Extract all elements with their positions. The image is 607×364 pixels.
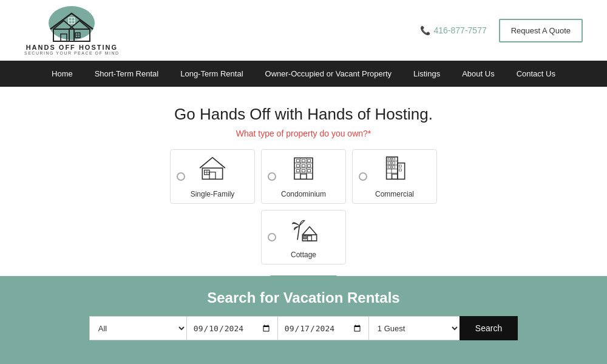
svg-rect-23 <box>308 160 311 162</box>
svg-rect-39 <box>393 158 395 160</box>
radio-cottage[interactable] <box>268 233 276 241</box>
nav-long-term[interactable]: Long-Term Rental <box>169 61 254 87</box>
svg-rect-22 <box>302 160 305 162</box>
main-nav: Home Short-Term Rental Long-Term Rental … <box>0 61 607 87</box>
condominium-label: Condominium <box>281 190 326 198</box>
svg-line-47 <box>297 226 299 240</box>
condominium-icon <box>288 155 319 184</box>
logo-text: HANDS OFF HOSTING <box>26 44 118 51</box>
radio-single-family[interactable] <box>177 172 185 181</box>
svg-rect-11 <box>209 172 215 180</box>
svg-rect-25 <box>302 164 305 167</box>
phone-number: 416-877-7577 <box>434 25 487 35</box>
nav-short-term[interactable]: Short-Term Rental <box>84 61 169 87</box>
svg-rect-29 <box>308 170 311 172</box>
svg-rect-24 <box>296 164 299 167</box>
cottage-label: Cottage <box>291 251 316 259</box>
svg-rect-49 <box>308 236 312 241</box>
main-headline: Go Hands Off with Hands of Hosting. <box>12 105 595 124</box>
svg-rect-44 <box>399 165 402 167</box>
nav-contact[interactable]: Contact Us <box>506 61 566 87</box>
svg-rect-46 <box>392 174 398 179</box>
radio-commercial[interactable] <box>359 172 367 181</box>
search-section: Search for Vacation Rentals All Toronto … <box>0 276 607 364</box>
phone-link[interactable]: 📞 416-877-7577 <box>420 25 487 35</box>
svg-rect-26 <box>308 164 311 167</box>
nav-about[interactable]: About Us <box>451 61 505 87</box>
quote-button[interactable]: Request A Quote <box>499 19 583 42</box>
nav-owner-occupied[interactable]: Owner-Occupied or Vacant Property <box>254 61 403 87</box>
property-card-cottage[interactable]: Cottage <box>261 210 346 265</box>
svg-rect-21 <box>296 160 299 162</box>
checkout-date[interactable] <box>277 316 368 340</box>
logo-image <box>35 6 108 42</box>
single-family-label: Single-Family <box>191 190 235 198</box>
required-star: * <box>368 129 371 138</box>
commercial-label: Commercial <box>375 190 414 198</box>
svg-rect-43 <box>393 166 395 168</box>
cottage-icon <box>288 215 319 244</box>
logo-tagline: SECURING YOUR PEACE OF MIND <box>24 51 120 55</box>
logo-area: HANDS OFF HOSTING SECURING YOUR PEACE OF… <box>24 6 120 55</box>
svg-rect-15 <box>294 158 313 179</box>
svg-rect-30 <box>300 174 307 179</box>
svg-rect-45 <box>399 169 402 171</box>
checkin-date[interactable] <box>186 316 277 340</box>
search-title: Search for Vacation Rentals <box>24 289 583 306</box>
property-card-condominium[interactable]: Condominium <box>261 149 346 204</box>
search-button[interactable]: Search <box>459 316 518 340</box>
guests-select[interactable]: 1 Guest 2 Guests 3 Guests 4+ Guests <box>368 316 459 340</box>
radio-condominium[interactable] <box>268 172 276 181</box>
single-family-icon <box>197 155 228 184</box>
commercial-icon <box>379 155 410 184</box>
header-right: 📞 416-877-7577 Request A Quote <box>420 19 583 42</box>
phone-icon: 📞 <box>420 25 430 35</box>
property-question: What type of property do you own?* <box>12 129 595 138</box>
location-select[interactable]: All Toronto Mississauga Brampton <box>89 316 186 340</box>
header: HANDS OFF HOSTING SECURING YOUR PEACE OF… <box>0 0 607 61</box>
property-cards-row2: Cottage <box>12 210 595 265</box>
svg-rect-41 <box>393 162 395 164</box>
property-card-single-family[interactable]: Single-Family <box>170 149 255 204</box>
property-cards-row1: Single-Family <box>12 149 595 204</box>
nav-listings[interactable]: Listings <box>402 61 451 87</box>
svg-rect-38 <box>388 158 390 160</box>
search-bar: All Toronto Mississauga Brampton 1 Guest… <box>24 316 583 340</box>
nav-home[interactable]: Home <box>41 61 84 87</box>
svg-rect-40 <box>388 162 390 164</box>
svg-rect-42 <box>388 166 390 168</box>
property-card-commercial[interactable]: Commercial <box>352 149 437 204</box>
svg-rect-28 <box>302 170 305 172</box>
svg-rect-27 <box>296 170 299 172</box>
